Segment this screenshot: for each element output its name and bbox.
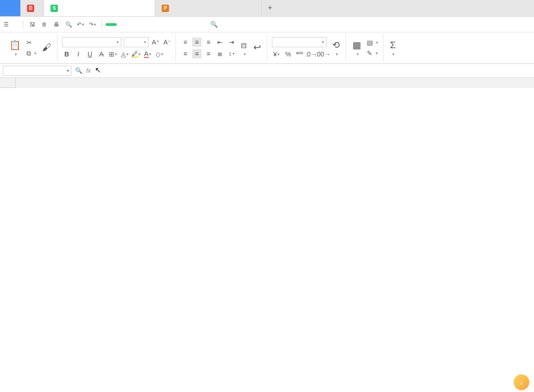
column-headers bbox=[16, 78, 534, 88]
comma-icon[interactable]: ªºº bbox=[295, 50, 304, 59]
scissors-icon: ✂ bbox=[26, 39, 32, 46]
dec-inc-icon[interactable]: .0→ bbox=[307, 50, 316, 59]
justify-icon[interactable]: ≣ bbox=[215, 49, 225, 58]
number-format-select[interactable]: ▾ bbox=[272, 37, 327, 47]
watermark-logo-icon: ↓ bbox=[514, 374, 529, 390]
font-size-select[interactable]: ▾ bbox=[124, 37, 149, 47]
tab-docer[interactable]: D bbox=[20, 0, 44, 16]
underline-button[interactable]: U bbox=[85, 50, 94, 59]
font-color-button[interactable]: A▾ bbox=[143, 50, 152, 59]
copy-button[interactable]: ⧉▾ bbox=[25, 49, 38, 58]
wrap-text-button[interactable]: ↩ bbox=[251, 41, 263, 55]
align-bottom-icon[interactable]: ≡ bbox=[204, 37, 213, 47]
paste-button[interactable]: 📋 ▾ bbox=[7, 38, 23, 57]
merge-icon: ⧈ bbox=[241, 40, 247, 50]
sum-button[interactable]: Σ ▾ bbox=[388, 39, 397, 57]
align-left-icon[interactable]: ≡ bbox=[181, 49, 190, 58]
italic-button[interactable]: I bbox=[74, 50, 83, 59]
start-menu[interactable] bbox=[106, 23, 117, 26]
table-style-icon: ▤ bbox=[367, 39, 373, 46]
docer-icon: D bbox=[27, 5, 34, 12]
fill-style-button[interactable]: ◬▾ bbox=[120, 50, 129, 59]
clipboard-group: 📋 ▾ ✂ ⧉▾ 🖌 bbox=[4, 34, 57, 62]
ppt-icon: P bbox=[162, 5, 169, 12]
number-group: ▾ ¥▾ % ªºº .0→ .00→ ⟲ ▾ bbox=[268, 34, 346, 62]
undo-icon[interactable]: ↶▾ bbox=[75, 19, 86, 30]
cut-button[interactable]: ✂ bbox=[25, 38, 38, 47]
name-box[interactable]: ▾ bbox=[3, 66, 71, 76]
home-tab[interactable] bbox=[0, 0, 20, 16]
align-center-icon[interactable]: ≡ bbox=[192, 49, 201, 58]
select-all-corner[interactable] bbox=[0, 78, 16, 88]
cell-style-button[interactable]: ✎▾ bbox=[366, 49, 379, 57]
new-tab-button[interactable]: + bbox=[262, 0, 278, 16]
orientation-icon[interactable]: ↕▾ bbox=[227, 49, 236, 58]
copy-icon: ⧉ bbox=[26, 50, 31, 57]
cell-style-icon: ✎ bbox=[367, 50, 372, 57]
border-button[interactable]: ⊞▾ bbox=[108, 50, 118, 59]
preview-icon[interactable]: 🔍 bbox=[63, 19, 74, 30]
convert-icon: ⟲ bbox=[332, 39, 340, 50]
align-group: ≡ ≡ ≡ ⇤ ⇥ ≡ ≡ ≡ ≣ ↕▾ ⧈ ▾ ↩ bbox=[177, 34, 267, 62]
wrap-icon: ↩ bbox=[253, 42, 261, 53]
watermark: ↓ bbox=[514, 374, 532, 390]
redo-icon[interactable]: ↷▾ bbox=[88, 19, 98, 30]
format-painter-button[interactable]: 🖌 bbox=[40, 41, 53, 55]
sum-icon: Σ bbox=[390, 40, 396, 50]
merge-center-button[interactable]: ⧈ ▾ bbox=[239, 39, 249, 57]
font-name-select[interactable]: ▾ bbox=[62, 37, 121, 47]
paste-icon: 📋 bbox=[9, 39, 21, 50]
indent-dec-icon[interactable]: ⇤ bbox=[215, 37, 225, 47]
type-convert-button[interactable]: ⟲ ▾ bbox=[330, 38, 342, 57]
zoom-cell-icon[interactable]: 🔍 bbox=[75, 67, 82, 74]
cond-format-button[interactable]: ▦ ▾ bbox=[351, 38, 363, 57]
formula-bar: ▾ 🔍 fx bbox=[0, 64, 534, 78]
bold-button[interactable]: B bbox=[62, 50, 71, 59]
percent-icon[interactable]: % bbox=[283, 50, 293, 59]
highlight-button[interactable]: 🖉▾ bbox=[132, 50, 141, 59]
document-tabs: D S P + bbox=[0, 0, 534, 17]
sum-group: Σ ▾ bbox=[384, 34, 401, 62]
align-middle-icon[interactable]: ≡ bbox=[192, 37, 201, 47]
ribbon: 📋 ▾ ✂ ⧉▾ 🖌 ▾ ▾ A⁺ A⁻ B I U A̶ ⊞▾ bbox=[0, 32, 534, 64]
indent-inc-icon[interactable]: ⇥ bbox=[227, 37, 236, 47]
align-top-icon[interactable]: ≡ bbox=[181, 37, 190, 47]
clear-format-button[interactable]: ◇▾ bbox=[155, 50, 164, 59]
spreadsheet-grid bbox=[0, 78, 534, 383]
grow-font-icon[interactable]: A⁺ bbox=[151, 37, 160, 47]
strike-button[interactable]: A̶ bbox=[97, 50, 106, 59]
align-right-icon[interactable]: ≡ bbox=[204, 49, 213, 58]
sheets-icon: S bbox=[50, 5, 58, 12]
currency-icon[interactable]: ¥▾ bbox=[272, 50, 281, 59]
name-box-dropdown-icon: ▾ bbox=[67, 68, 69, 73]
save-as-icon[interactable]: 🗎 bbox=[39, 19, 50, 30]
fx-icon[interactable]: fx bbox=[86, 67, 91, 74]
dec-dec-icon[interactable]: .00→ bbox=[318, 50, 327, 59]
cond-format-icon: ▦ bbox=[352, 39, 361, 50]
tab-workbook[interactable]: S bbox=[44, 0, 155, 16]
brush-icon: 🖌 bbox=[42, 42, 51, 53]
font-group: ▾ ▾ A⁺ A⁻ B I U A̶ ⊞▾ ◬▾ 🖉▾ A▾ ◇▾ bbox=[58, 34, 176, 62]
shrink-font-icon[interactable]: A⁻ bbox=[163, 37, 172, 47]
print-icon[interactable]: 🖶 bbox=[51, 19, 62, 30]
table-style-button[interactable]: ▤▾ bbox=[366, 38, 379, 47]
search-icon: 🔍 bbox=[210, 21, 218, 28]
tab-ppt[interactable]: P bbox=[155, 0, 262, 16]
command-search[interactable]: 🔍 bbox=[207, 21, 220, 28]
save-icon[interactable]: 🖫 bbox=[27, 19, 38, 30]
styles-group: ▦ ▾ ▤▾ ✎▾ bbox=[347, 34, 383, 62]
hamburger-icon[interactable]: ☰ bbox=[4, 21, 12, 28]
menu-bar: ☰ 🖫 🗎 🖶 🔍 ↶▾ ↷▾ 🔍 bbox=[0, 17, 534, 32]
